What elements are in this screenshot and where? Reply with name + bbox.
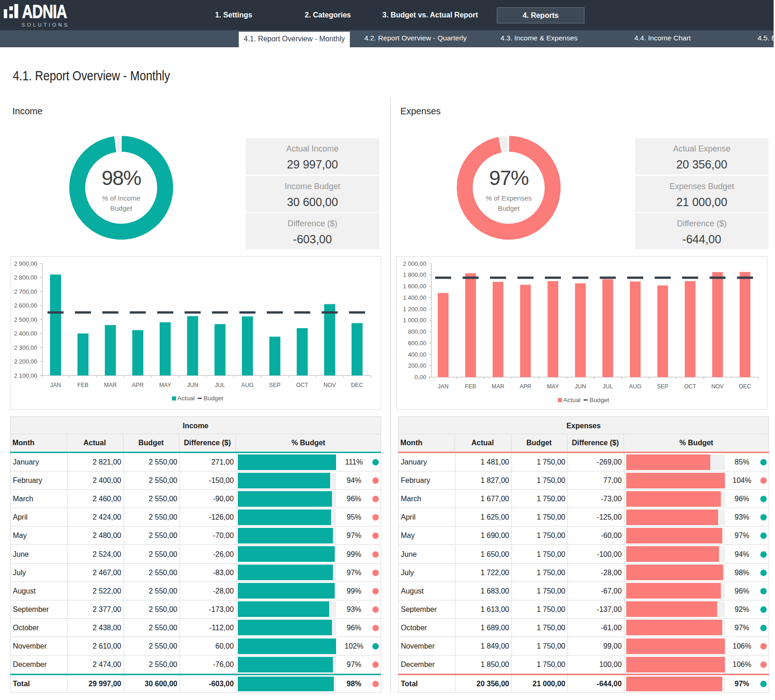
- svg-text:DEC: DEC: [351, 382, 363, 388]
- svg-text:600,00: 600,00: [408, 340, 427, 347]
- svg-text:2 000,00: 2 000,00: [403, 260, 427, 267]
- svg-text:2 300,00: 2 300,00: [14, 344, 37, 351]
- svg-text:2 400,00: 2 400,00: [14, 330, 37, 337]
- svg-text:Actual: Actual: [563, 397, 581, 403]
- svg-text:JUL: JUL: [215, 382, 225, 388]
- svg-text:97%: 97%: [489, 166, 528, 190]
- svg-text:JAN: JAN: [50, 382, 61, 388]
- svg-text:Budget: Budget: [204, 395, 224, 402]
- svg-text:0,00: 0,00: [415, 374, 426, 381]
- svg-text:98%: 98%: [101, 166, 141, 190]
- svg-text:MAR: MAR: [492, 383, 505, 390]
- svg-text:2 900,00: 2 900,00: [14, 260, 37, 267]
- svg-text:OCT: OCT: [684, 383, 696, 390]
- svg-text:Budget: Budget: [110, 204, 132, 212]
- svg-text:2 500,00: 2 500,00: [14, 316, 37, 323]
- svg-text:1 600,00: 1 600,00: [403, 283, 427, 290]
- svg-text:MAR: MAR: [104, 382, 117, 388]
- svg-text:2 700,00: 2 700,00: [14, 288, 37, 295]
- svg-text:Budget: Budget: [590, 397, 609, 403]
- svg-text:1 000,00: 1 000,00: [403, 317, 427, 324]
- svg-text:FEB: FEB: [78, 382, 89, 388]
- svg-text:1 800,00: 1 800,00: [403, 271, 427, 278]
- svg-text:APR: APR: [520, 383, 532, 390]
- svg-text:JUN: JUN: [575, 383, 586, 390]
- svg-text:400,00: 400,00: [408, 351, 427, 358]
- svg-text:MAY: MAY: [547, 383, 559, 390]
- svg-text:JUN: JUN: [187, 382, 198, 388]
- svg-text:2 800,00: 2 800,00: [14, 274, 37, 281]
- svg-text:200,00: 200,00: [408, 362, 427, 369]
- svg-text:Actual: Actual: [178, 395, 195, 402]
- svg-text:1 400,00: 1 400,00: [403, 294, 427, 301]
- svg-text:NOV: NOV: [711, 383, 724, 390]
- svg-text:% of Income: % of Income: [102, 194, 140, 202]
- svg-text:OCT: OCT: [296, 382, 309, 388]
- svg-text:2 600,00: 2 600,00: [14, 302, 37, 309]
- svg-text:SEP: SEP: [657, 383, 668, 390]
- svg-text:1 200,00: 1 200,00: [403, 306, 427, 313]
- svg-text:NOV: NOV: [323, 382, 336, 388]
- svg-text:MAY: MAY: [159, 382, 172, 388]
- svg-text:APR: APR: [132, 382, 144, 388]
- svg-text:JUL: JUL: [603, 383, 613, 390]
- svg-text:AUG: AUG: [629, 383, 641, 390]
- svg-text:JAN: JAN: [438, 383, 449, 390]
- svg-text:DEC: DEC: [739, 383, 751, 390]
- svg-text:SEP: SEP: [269, 382, 281, 388]
- svg-text:2 200,00: 2 200,00: [14, 358, 37, 365]
- svg-text:Budget: Budget: [498, 204, 520, 212]
- svg-text:% of Expenses: % of Expenses: [486, 194, 532, 202]
- svg-text:2 100,00: 2 100,00: [14, 372, 37, 379]
- svg-text:FEB: FEB: [465, 383, 476, 390]
- svg-text:AUG: AUG: [241, 382, 253, 388]
- svg-text:800,00: 800,00: [408, 328, 427, 335]
